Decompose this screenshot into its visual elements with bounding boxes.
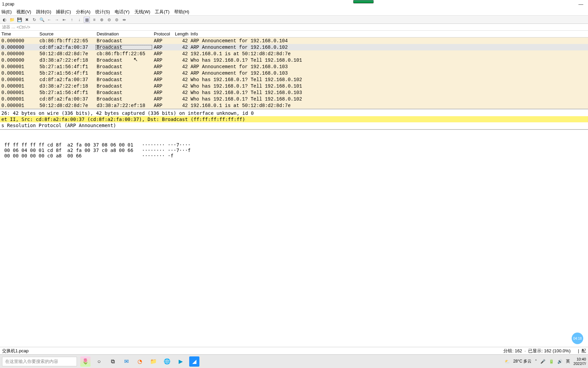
packet-row[interactable]: 0.000001cd:8f:a2:fa:00:37BroadcastARP42W… [0, 76, 588, 83]
col-time[interactable]: Time [0, 31, 38, 36]
menu-edit[interactable]: 辑(E) [1, 9, 12, 15]
cell-time: 0.000000 [0, 58, 38, 63]
detail-line[interactable]: s Resolution Protocol (ARP Announcement) [0, 122, 588, 128]
resize-columns-icon[interactable]: ⇹ [121, 17, 127, 23]
cell-time: 0.000000 [0, 51, 38, 57]
hex-line[interactable]: 00 06 04 00 01 cd 8f a2 fa 00 37 c0 a8 0… [1, 148, 587, 153]
taskbar-media-icon[interactable]: ▶ [176, 356, 186, 367]
cell-source: cd:8f:a2:fa:00:37 [38, 77, 95, 82]
packet-row[interactable]: 0.000001cd:8f:a2:fa:00:37BroadcastARP42W… [0, 96, 588, 102]
find-icon[interactable]: 🔍 [39, 17, 45, 23]
packet-list-header: Time Source Destination Protocol Length … [0, 31, 588, 37]
tray-battery-icon[interactable]: 🔋 [549, 359, 554, 364]
hex-line[interactable]: ff ff ff ff ff cd 8f a2 fa 00 37 08 06 0… [1, 142, 587, 148]
cell-info: Who has 192.168.0.1? Tell 192.168.0.101 [189, 83, 588, 89]
cell-time: 0.000000 [0, 38, 38, 44]
packet-row[interactable]: 0.00000050:12:d8:d2:8d:7ecb:86:fb:ff:22:… [0, 50, 588, 57]
tray-chevron-up-icon[interactable]: ˄ [535, 359, 537, 364]
go-first-icon[interactable]: ⇤ [61, 17, 67, 23]
cell-destination: Broadcast [95, 83, 152, 89]
reload-icon[interactable]: ↻ [31, 17, 37, 23]
cell-source: 50:12:d8:d2:8d:7e [38, 51, 95, 57]
tray-weather-text[interactable]: 28°C 多云 [513, 358, 532, 364]
menu-telephony[interactable]: 电话(Y) [115, 9, 129, 15]
tray-mic-icon[interactable]: 🎤 [540, 359, 545, 364]
packet-row[interactable]: 0.000000cd:8f:a2:fa:00:37BroadcastARP42A… [0, 44, 588, 50]
cell-time: 0.000001 [0, 64, 38, 70]
packet-row[interactable]: 0.00000150:12:d8:d2:8d:7ed3:38:a7:22:ef:… [0, 102, 588, 109]
packet-row[interactable]: 0.000001d3:38:a7:22:ef:18BroadcastARP42W… [0, 83, 588, 89]
packet-row[interactable]: 0.000000cb:86:fb:ff:22:65BroadcastARP42A… [0, 37, 588, 44]
go-down-icon[interactable]: ↓ [76, 17, 82, 23]
menu-stats[interactable]: 统计(S) [95, 9, 110, 15]
status-profile: 配 [582, 348, 586, 354]
go-up-icon[interactable]: ↑ [69, 17, 75, 23]
packet-row[interactable]: 0.0000015b:27:a1:56:4f:f1BroadcastARP42W… [0, 89, 588, 96]
taskbar-wireshark-icon[interactable]: ◢ [189, 356, 199, 367]
packet-row[interactable]: 0.0000015b:27:a1:56:4f:f1BroadcastARP42A… [0, 70, 588, 76]
tray-volume-icon[interactable]: 🔊 [557, 359, 562, 364]
go-forward-icon[interactable]: → [54, 17, 60, 23]
menu-tools[interactable]: 工具(T) [155, 9, 169, 15]
open-file-icon[interactable]: 📁 [9, 17, 15, 23]
cell-time: 0.000001 [0, 90, 38, 95]
cell-source: cd:8f:a2:fa:00:37 [38, 96, 95, 102]
hex-line[interactable]: 00 00 00 00 00 c0 a8 00 66 ········ ·f [1, 153, 587, 158]
windows-taskbar: 在这里输入你要搜索的内容 🌷 ○ ⧉ ✉ ◔ 📁 🌐 ▶ ◢ ⛅ 28°C 多云… [0, 354, 588, 368]
col-length[interactable]: Length [174, 31, 189, 36]
menu-wireless[interactable]: 无线(W) [134, 9, 150, 15]
start-capture-icon[interactable]: ◐ [1, 17, 7, 23]
taskbar-browser-icon[interactable]: ◔ [135, 356, 145, 367]
go-back-icon[interactable]: ← [46, 17, 52, 23]
cell-length: 42 [174, 83, 189, 89]
menu-view[interactable]: 视图(V) [16, 9, 31, 15]
col-source[interactable]: Source [38, 31, 95, 36]
cell-time: 0.000001 [0, 103, 38, 108]
cell-source: 50:12:d8:d2:8d:7e [38, 103, 95, 108]
status-displayed: 已显示: 162 (100.0%) [528, 348, 570, 354]
taskbar-edge-icon[interactable]: 🌐 [162, 356, 172, 367]
tray-clock[interactable]: 10:40 2022/7/ [573, 357, 586, 365]
zoom-reset-icon[interactable]: ⊜ [114, 17, 120, 23]
menu-analyze[interactable]: 分析(A) [76, 9, 91, 15]
menu-capture[interactable]: 捕获(C) [56, 9, 71, 15]
zoom-out-icon[interactable]: ⊖ [106, 17, 112, 23]
cell-length: 42 [174, 45, 189, 50]
taskbar-news-icon[interactable]: 🌷 [80, 356, 91, 367]
cell-length: 42 [174, 58, 189, 63]
detail-line[interactable]: et II, Src: cd:8f:a2:fa:00:37 (cd:8f:a2:… [0, 116, 588, 122]
col-protocol[interactable]: Protocol [152, 31, 174, 36]
packet-bytes-pane[interactable]: ff ff ff ff ff cd 8f a2 fa 00 37 08 06 0… [0, 130, 588, 165]
cell-info: 192.168.0.1 is at 50:12:d8:d2:8d:7e [189, 103, 588, 108]
taskbar-search[interactable]: 在这里输入你要搜索的内容 [2, 357, 77, 366]
tray-time: 10:40 [573, 357, 586, 361]
save-icon[interactable]: 💾 [16, 17, 22, 23]
cell-source: 5b:27:a1:56:4f:f1 [38, 90, 95, 95]
minimize-button[interactable]: — [578, 1, 583, 7]
packet-row[interactable]: 0.0000015b:27:a1:56:4f:f1BroadcastARP42A… [0, 63, 588, 70]
taskbar-explorer-icon[interactable]: 📁 [148, 356, 159, 367]
col-info[interactable]: Info [189, 31, 588, 36]
status-bar: 交换机1.pcap 分组: 162 · 已显示: 162 (100.0%) | … [0, 347, 588, 354]
cell-length: 42 [174, 38, 189, 44]
cell-info: ARP Announcement for 192.168.0.104 [189, 38, 588, 44]
taskbar-mail-icon[interactable]: ✉ [121, 356, 131, 367]
packet-row[interactable]: 0.000000d3:38:a7:22:ef:18BroadcastARP42W… [0, 57, 588, 63]
taskbar-taskview-icon[interactable]: ⧉ [108, 356, 118, 367]
close-icon[interactable]: ✖ [24, 17, 30, 23]
menu-go[interactable]: 跳转(G) [36, 9, 51, 15]
detail-line[interactable]: 26: 42 bytes on wire (336 bits), 42 byte… [0, 110, 588, 116]
tray-weather-icon[interactable]: ⛅ [505, 359, 510, 364]
cell-protocol: ARP [152, 103, 174, 108]
taskbar-cortana-icon[interactable]: ○ [94, 356, 104, 367]
zoom-in-icon[interactable]: ⊕ [99, 17, 105, 23]
col-destination[interactable]: Destination [95, 31, 152, 36]
cell-info: ARP Announcement for 192.168.0.102 [189, 45, 588, 50]
display-filter-bar[interactable]: 滤器 … <Ctrl-/> [0, 24, 588, 31]
tray-ime[interactable]: 英 [566, 358, 570, 364]
packet-details-pane[interactable]: 26: 42 bytes on wire (336 bits), 42 byte… [0, 109, 588, 130]
colorize-icon[interactable]: ≡ [91, 17, 97, 23]
autoscroll-icon[interactable]: ▦ [84, 17, 90, 23]
cell-info: Who has 192.168.0.1? Tell 192.168.0.101 [189, 58, 588, 63]
menu-help[interactable]: 帮助(H) [174, 9, 189, 15]
